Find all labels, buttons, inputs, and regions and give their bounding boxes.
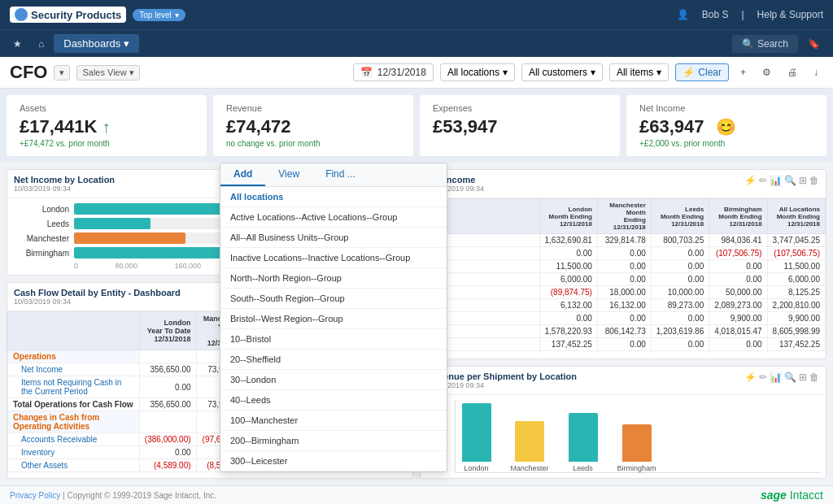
rev-search-icon[interactable]: 🔍 — [784, 371, 796, 383]
customers-filter[interactable]: All customers ▾ — [521, 63, 603, 81]
user-icon: 👤 — [677, 9, 689, 20]
table-row: 6,000.000.000.000.006,000.00 — [421, 273, 826, 286]
page-title: CFO — [10, 62, 47, 83]
dropdown-item[interactable]: 40--Leeds — [220, 390, 447, 411]
rev-chart-icon[interactable]: 📊 — [770, 371, 782, 383]
dropdown-item[interactable]: 200--Birmingham — [220, 431, 447, 451]
secondary-navigation: ★ ⌂ Dashboards ▾ 🔍 Search 🔖 — [0, 29, 833, 57]
print-icon[interactable]: 🖨 — [783, 64, 802, 80]
sage-logo: sage Intacct — [761, 489, 823, 502]
rev-edit-icon[interactable]: ✏ — [759, 371, 767, 383]
filter-icon: ⚡ — [683, 67, 695, 78]
revenue-bar-london: London — [462, 403, 491, 472]
ni-trash-icon[interactable]: 🗑 — [809, 175, 819, 186]
dashboard-header: CFO ▾ Sales View ▾ 📅 12/31/2018 All loca… — [0, 57, 833, 89]
locations-dropdown[interactable]: Add View Find ... All locationsActive Lo… — [220, 163, 447, 472]
dropdown-item[interactable]: 300--Leicester — [220, 451, 447, 471]
ni-col-birmingham: BirminghamMonth Ending12/31/2018 — [709, 199, 767, 234]
net-income-table-panel: Net Income 10/03/2019 09:34 ⚡ ✏ 📊 🔍 ⊞ 🗑 — [420, 169, 826, 359]
dropdown-tab-add[interactable]: Add — [220, 163, 265, 186]
ni-edit-icon[interactable]: ✏ — [759, 175, 767, 186]
kpi-revenue: Revenue £74,472 no change vs. prior mont… — [213, 95, 413, 156]
date-picker[interactable]: 📅 12/31/2018 — [353, 63, 434, 81]
dropdown-item[interactable]: 20--Sheffield — [220, 350, 447, 370]
dropdown-item[interactable]: North--North Region--Group — [220, 268, 447, 289]
privacy-link[interactable]: Privacy Policy — [10, 491, 60, 500]
cashflow-date: 10/03/2019 09:34 — [14, 298, 181, 306]
dashboards-nav[interactable]: Dashboards ▾ — [54, 34, 139, 53]
dropdown-item[interactable]: Active Locations--Active Locations--Grou… — [220, 207, 447, 228]
calendar-icon: 📅 — [360, 67, 373, 78]
table-row: 0.000.000.009,900.009,900.00 — [421, 312, 826, 325]
sales-view-filter[interactable]: Sales View ▾ — [76, 65, 139, 80]
bar-leeds — [74, 218, 150, 229]
dropdown-item[interactable]: All--All Business Units--Group — [220, 228, 447, 248]
dropdown-item[interactable]: 30--London — [220, 370, 447, 390]
dropdown-tab-find[interactable]: Find ... — [312, 163, 369, 186]
kpi-expenses: Expenses £53,947 — [420, 95, 620, 156]
revenue-chart-date: 10/03/2019 09:34 — [427, 381, 577, 389]
kpi-revenue-label: Revenue — [226, 103, 400, 113]
help-link[interactable]: Help & Support — [757, 9, 823, 20]
bookmark-icon[interactable]: 🔖 — [801, 35, 826, 53]
bar-manchester — [74, 232, 185, 244]
col-header-london: LondonYear To Date12/31/2018 — [139, 312, 196, 350]
revenue-chart-body: £7,000 £5,600 £4,200 £2,800 £1,400 £0 — [421, 395, 826, 478]
cashflow-title: Cash Flow Detail by Entity - Dashboard — [14, 288, 181, 298]
table-row: 11,500.000.000.000.0011,500.00 — [421, 260, 826, 273]
clear-button[interactable]: ⚡ Clear — [675, 63, 729, 81]
bar-label-manchester: Manchester — [12, 234, 69, 243]
dropdown-item[interactable]: 100--Manchester — [220, 411, 447, 431]
dropdown-item[interactable]: All locations — [220, 187, 447, 207]
home-icon[interactable]: ⌂ — [32, 35, 50, 53]
kpi-assets-value: £17,441K ↑ — [20, 116, 194, 137]
nav-right: 👤 Bob S | Help & Support — [677, 9, 823, 20]
export-icon[interactable]: ↓ — [809, 64, 823, 80]
bar-label-leeds: Leeds — [12, 219, 69, 228]
bookmark-star-icon[interactable]: ★ — [7, 35, 28, 53]
ni-col-manchester: ManchesterMonth Ending12/31/2018 — [597, 199, 651, 234]
dropdown-item[interactable]: South--South Region--Group — [220, 289, 447, 309]
kpi-net-income-value: £63,947 😊 — [639, 116, 813, 137]
dropdown-items-list: All locationsActive Locations--Active Lo… — [220, 187, 447, 471]
table-row: 1,578,220.93806,142.731,203,619.864,018,… — [421, 325, 826, 338]
top-navigation: Security Products Top level ▾ 👤 Bob S | … — [0, 0, 833, 29]
copyright: Copyright © 1999-2019 Sage Intacct, Inc. — [67, 491, 216, 500]
bar-label-london: London — [12, 205, 69, 214]
kpi-assets-change: +£74,472 vs. prior month — [20, 139, 194, 148]
kpi-net-income: Net Income £63,947 😊 +£2,000 vs. prior m… — [626, 95, 826, 156]
ni-filter-icon[interactable]: ⚡ — [744, 175, 757, 186]
dropdown-item[interactable]: 10--Bristol — [220, 329, 447, 350]
ni-search-icon[interactable]: 🔍 — [784, 175, 796, 186]
kpi-expenses-label: Expenses — [433, 103, 607, 113]
table-row: 0.000.000.00(107,506.75)(107,506.75) — [421, 247, 826, 260]
table-row: (89,874.75)18,000.0010,000.0050,000.008,… — [421, 286, 826, 299]
net-income-chart-title: Net Income by Location — [14, 175, 115, 185]
ni-chart-icon[interactable]: 📊 — [770, 175, 782, 186]
settings-icon[interactable]: ⚙ — [757, 64, 776, 80]
locations-filter[interactable]: All locations ▾ — [440, 63, 515, 81]
smiley-icon: 😊 — [716, 118, 736, 136]
ni-col-london: LondonMonth Ending12/31/2018 — [539, 199, 597, 234]
rev-expand-icon[interactable]: ⊞ — [799, 371, 807, 383]
kpi-revenue-value: £74,472 — [226, 116, 400, 137]
ni-expand-icon[interactable]: ⊞ — [799, 175, 807, 186]
items-filter[interactable]: All items ▾ — [609, 63, 669, 81]
revenue-bar-leeds: Leeds — [569, 413, 598, 472]
table-row: 137,452.250.000.000.00137,452.25 — [421, 338, 826, 351]
kpi-net-income-change: +£2,000 vs. prior month — [639, 139, 813, 148]
rev-filter-icon[interactable]: ⚡ — [744, 371, 757, 383]
dropdown-item[interactable]: Bristol--West Region--Group — [220, 309, 447, 329]
dropdown-tab-view[interactable]: View — [265, 163, 312, 186]
kpi-row: Assets £17,441K ↑ +£74,472 vs. prior mon… — [0, 89, 833, 163]
kpi-assets: Assets £17,441K ↑ +£74,472 vs. prior mon… — [7, 95, 207, 156]
rev-trash-icon[interactable]: 🗑 — [809, 371, 819, 383]
top-level-badge[interactable]: Top level ▾ — [133, 9, 185, 21]
app-name: Security Products — [31, 9, 121, 21]
search-button[interactable]: 🔍 Search — [732, 35, 798, 53]
app-logo: Security Products — [10, 7, 126, 23]
dropdown-item[interactable]: Inactive Locations--Inactive Locations--… — [220, 248, 447, 268]
add-button[interactable]: + — [735, 64, 751, 80]
revenue-chart-panel: Revenue per Shipment by Location 10/03/2… — [420, 366, 826, 479]
cfo-dropdown[interactable]: ▾ — [54, 65, 70, 80]
